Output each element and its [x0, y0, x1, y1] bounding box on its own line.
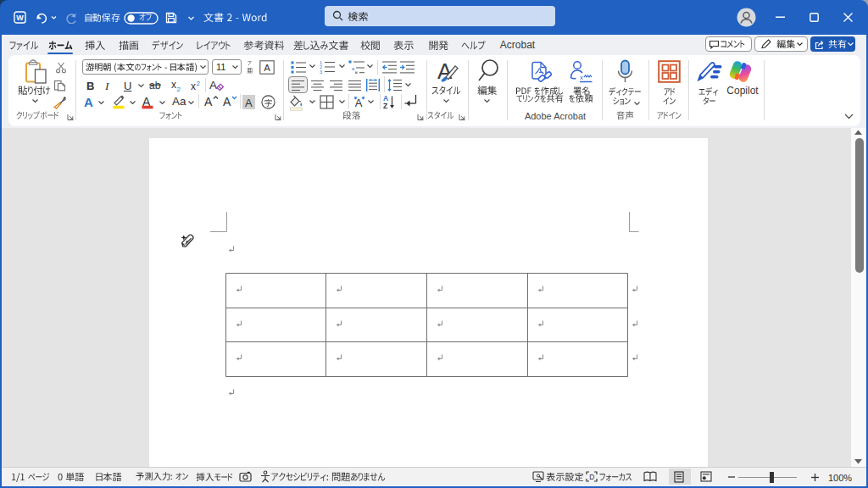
svg-text:a: a: [352, 66, 355, 71]
svg-text:A: A: [84, 95, 93, 109]
svg-text:x: x: [191, 80, 196, 92]
svg-text:W: W: [16, 14, 24, 22]
svg-text:Z: Z: [383, 102, 387, 109]
svg-text:D: D: [589, 473, 594, 481]
svg-text:A: A: [223, 95, 231, 108]
svg-text:x: x: [580, 74, 583, 81]
svg-text:A: A: [209, 79, 217, 92]
svg-text:2: 2: [197, 80, 201, 87]
svg-text:A: A: [264, 63, 270, 73]
svg-text:x: x: [171, 80, 176, 91]
svg-text:2: 2: [177, 86, 181, 92]
svg-text:A: A: [204, 95, 213, 108]
svg-text:3: 3: [320, 69, 322, 75]
